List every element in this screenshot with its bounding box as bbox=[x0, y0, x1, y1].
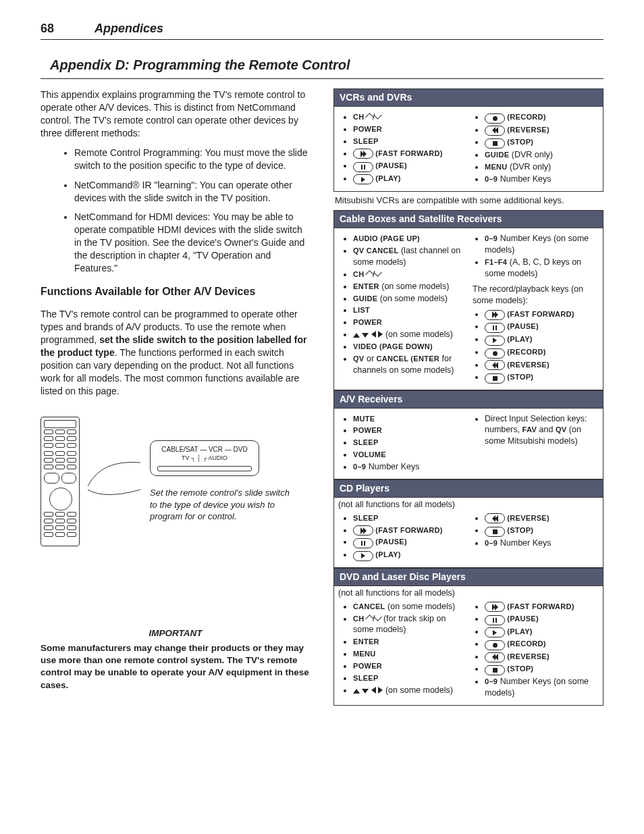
list-item: (on some models) bbox=[353, 685, 468, 696]
list-item: CH / bbox=[353, 111, 468, 123]
list-item: (REVERSE) bbox=[485, 124, 600, 136]
list-item: F1–F4 (A, B, C, D keys on some models) bbox=[485, 257, 600, 280]
list-item: (STOP) bbox=[485, 136, 600, 149]
dvd-subnote: (not all functions for all models) bbox=[334, 586, 603, 600]
list-item: (REVERSE) bbox=[485, 513, 600, 524]
list-item: (PLAY) bbox=[485, 626, 600, 638]
list-item: (RECORD) bbox=[485, 638, 600, 650]
list-item: ENTER bbox=[353, 636, 468, 648]
list-item: CANCEL (on some models) bbox=[353, 601, 468, 613]
list-item: 0–9 Number Keys (on some models) bbox=[485, 233, 600, 256]
fast-forward-icon bbox=[485, 310, 505, 320]
vcr-note: Mitsubishi VCRs are compatible with some… bbox=[335, 194, 602, 207]
reverse-icon bbox=[485, 652, 505, 662]
intro-paragraph: This appendix explains programming the T… bbox=[41, 88, 311, 140]
appendix-title: Appendix D: Programming the Remote Contr… bbox=[41, 52, 603, 79]
page-number: 68 bbox=[41, 20, 54, 36]
list-item: (RECORD) bbox=[485, 346, 600, 359]
play-icon bbox=[353, 551, 373, 561]
record-icon bbox=[485, 113, 505, 124]
list-item: POWER bbox=[353, 124, 468, 135]
switch-sublabels: TV ┐ │ ┌ AUDIO bbox=[157, 454, 252, 462]
section-body-cd: SLEEP (FAST FORWARD) (PAUSE) (PLAY) (REV… bbox=[334, 512, 603, 567]
switch-labels: CABLE/SAT — VCR — DVD bbox=[157, 445, 252, 454]
list-item: CH / bbox=[353, 269, 468, 280]
remote-outline bbox=[41, 417, 80, 546]
record-icon bbox=[485, 640, 505, 650]
section-header-dvd: DVD and Laser Disc Players bbox=[333, 568, 603, 586]
channel-up-down-icon: / bbox=[365, 614, 381, 623]
stop-icon bbox=[485, 373, 505, 384]
fast-forward-icon bbox=[353, 149, 373, 159]
list-item: GUIDE (DVR only) bbox=[485, 149, 600, 161]
diagram-callout bbox=[88, 456, 142, 506]
list-item: MENU (DVR only) bbox=[485, 161, 600, 173]
list-item: GUIDE (on some models) bbox=[353, 293, 468, 305]
list-item: POWER bbox=[353, 660, 468, 672]
method-list: Remote Control Programming: You must mov… bbox=[41, 147, 311, 275]
section-body-dvd: CANCEL (on some models)CH / (for track s… bbox=[334, 600, 603, 705]
list-item: (PLAY) bbox=[353, 173, 468, 185]
list-item: QV or CANCEL (ENTER for channels on some… bbox=[353, 353, 468, 376]
section-body-avr: MUTEPOWERSLEEPVOLUME0–9 Number Keys Dire… bbox=[333, 409, 603, 479]
channel-up-down-icon: / bbox=[365, 269, 381, 279]
list-item: (REVERSE) bbox=[485, 651, 600, 662]
list-item: 0–9 Number Keys bbox=[353, 461, 468, 473]
list-item: VOLUME bbox=[353, 449, 468, 461]
list-item: QV CANCEL (last channel on some models) bbox=[353, 245, 468, 268]
list-item: VIDEO (PAGE DOWN) bbox=[353, 341, 468, 353]
list-item: (STOP) bbox=[485, 371, 600, 384]
list-item: (PLAY) bbox=[353, 549, 468, 561]
cable-right-note: The record/playback keys (on some models… bbox=[468, 282, 600, 308]
pause-icon bbox=[485, 323, 505, 333]
fast-forward-icon bbox=[353, 525, 373, 536]
list-item: MUTE bbox=[353, 413, 468, 425]
list-item: (REVERSE) bbox=[485, 359, 600, 371]
list-item: (PLAY) bbox=[485, 334, 600, 346]
pause-icon bbox=[353, 538, 373, 548]
section-body-cable: AUDIO (PAGE UP)QV CANCEL (last channel o… bbox=[333, 228, 603, 390]
play-icon bbox=[485, 627, 505, 637]
list-item: ENTER (on some models) bbox=[353, 281, 468, 292]
pause-icon bbox=[353, 162, 373, 172]
method-item: NetCommand® IR "learning": You can opera… bbox=[74, 179, 311, 205]
stop-icon bbox=[485, 138, 505, 149]
list-item: AUDIO (PAGE UP) bbox=[353, 233, 468, 244]
section-header-avr: A/V Receivers bbox=[333, 390, 603, 409]
diagram-caption: Set the remote control's slide switch to… bbox=[150, 487, 298, 523]
fast-forward-icon bbox=[485, 602, 505, 612]
callout-line-icon bbox=[88, 456, 142, 503]
pause-icon bbox=[485, 615, 505, 625]
list-item: (on some models) bbox=[353, 329, 468, 340]
reverse-icon bbox=[485, 126, 505, 136]
arrow-keys-icon bbox=[353, 330, 383, 339]
list-item: (FAST FORWARD) bbox=[353, 148, 468, 159]
section-title: Appendices bbox=[95, 20, 163, 36]
important-block: IMPORTANT Some manufacturers may change … bbox=[41, 627, 311, 692]
section-body-vcr: CH /POWERSLEEP (FAST FORWARD) (PAUSE) (P… bbox=[333, 107, 603, 192]
list-item: MENU bbox=[353, 648, 468, 660]
right-column: VCRs and DVRs CH /POWERSLEEP (FAST FORWA… bbox=[333, 88, 603, 705]
reverse-icon bbox=[485, 360, 505, 370]
cd-subnote: (not all functions for all models) bbox=[334, 498, 603, 512]
play-icon bbox=[485, 336, 505, 346]
section-header-vcr: VCRs and DVRs bbox=[333, 88, 603, 107]
list-item: (PAUSE) bbox=[485, 613, 600, 625]
list-item: 0–9 Number Keys bbox=[485, 538, 600, 549]
important-body: Some manufacturers may change their prod… bbox=[41, 642, 311, 692]
stop-icon bbox=[485, 527, 505, 537]
list-item: LIST bbox=[353, 305, 468, 316]
method-item: Remote Control Programming: You must mov… bbox=[74, 147, 311, 172]
list-item: (STOP) bbox=[485, 525, 600, 537]
left-column: This appendix explains programming the T… bbox=[41, 88, 311, 705]
list-item: SLEEP bbox=[353, 136, 468, 147]
list-item: (PAUSE) bbox=[485, 321, 600, 333]
section-header-cable: Cable Boxes and Satellite Receivers bbox=[333, 210, 603, 228]
arrow-keys-icon bbox=[353, 685, 383, 695]
list-item: (STOP) bbox=[485, 663, 600, 675]
list-item: 0–9 Number Keys (on some models) bbox=[485, 676, 600, 699]
list-item: SLEEP bbox=[353, 513, 468, 524]
list-item: POWER bbox=[353, 317, 468, 328]
list-item: (PAUSE) bbox=[353, 536, 468, 548]
list-item: (FAST FORWARD) bbox=[485, 601, 600, 613]
